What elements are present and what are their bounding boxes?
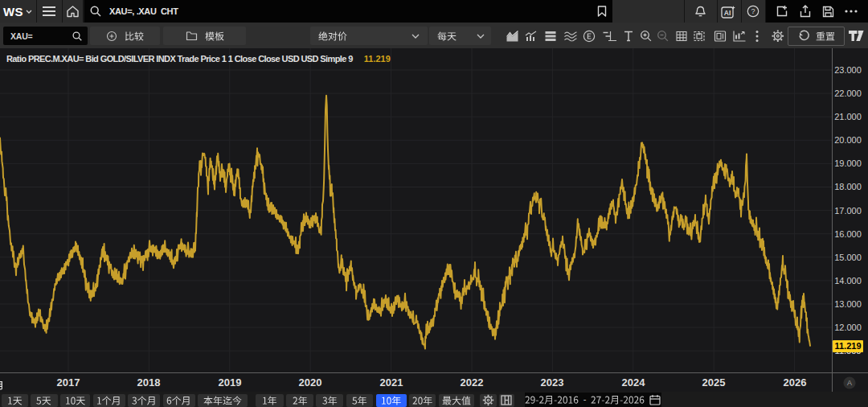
svg-text:AI: AI	[724, 9, 731, 17]
svg-text:A: A	[847, 379, 852, 387]
svg-text:?: ?	[751, 7, 755, 15]
